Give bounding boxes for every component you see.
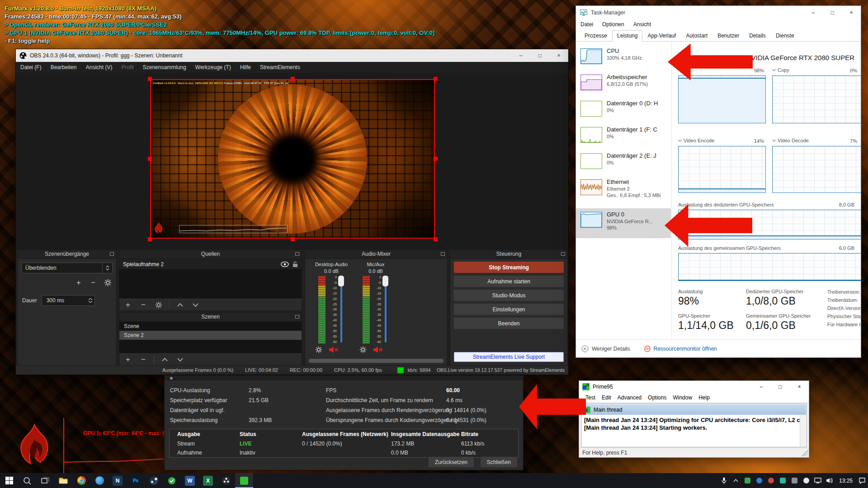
- reset-button[interactable]: Zurücksetzen: [428, 456, 474, 468]
- scene-row-1[interactable]: Szene: [119, 322, 302, 331]
- menu-streamelements[interactable]: StreamElements: [255, 64, 305, 70]
- graph-video-decode-header[interactable]: Video Decode: [772, 138, 809, 143]
- tray-icon-1[interactable]: [741, 473, 753, 488]
- search-icon[interactable]: [18, 473, 36, 488]
- menu-szenensammlung[interactable]: Szenensammlung: [138, 64, 191, 70]
- start-button[interactable]: [0, 473, 18, 488]
- notification-center-icon[interactable]: [856, 473, 868, 488]
- scenes-dock-title[interactable]: Szenen: [119, 313, 302, 322]
- tray-icon-4[interactable]: [777, 473, 788, 488]
- menu-edit[interactable]: Edit: [602, 394, 611, 401]
- microphone-icon[interactable]: [718, 473, 730, 488]
- sidebar-item-memory[interactable]: Arbeitsspeicher6,8/12,0 GB (57%): [576, 71, 671, 97]
- sidebar-item-disk1[interactable]: Datenträger 1 (F: C0%: [576, 123, 671, 150]
- chrome-icon[interactable]: [72, 473, 90, 488]
- minimize-icon[interactable]: –: [752, 381, 771, 393]
- close-icon[interactable]: ×: [790, 381, 809, 393]
- minimize-icon[interactable]: –: [511, 49, 530, 62]
- graph-video-encode-header[interactable]: Video Encode: [678, 138, 714, 143]
- prime95-titlebar[interactable]: Prime95 – □ ×: [579, 381, 809, 393]
- obs-titlebar[interactable]: OBS 24.0.3 (64-bit, windows) - Profil: g…: [16, 49, 568, 62]
- file-explorer-icon[interactable]: [54, 473, 72, 488]
- tray-icon-3[interactable]: [765, 473, 777, 488]
- resource-monitor-link[interactable]: Ressourcenmonitor öffnen: [644, 346, 717, 352]
- menu-bearbeiten[interactable]: Bearbeiten: [46, 64, 81, 70]
- transition-select[interactable]: Überblenden: [21, 263, 113, 273]
- menu-datei[interactable]: Datei: [580, 21, 593, 28]
- browser-icon[interactable]: [90, 473, 108, 488]
- move-scene-down-icon[interactable]: [175, 355, 185, 364]
- popout-icon[interactable]: [110, 252, 114, 256]
- controls-dock-title[interactable]: Steuerung: [450, 250, 567, 259]
- taskmanager-titlebar[interactable]: Task-Manager – □ ×: [576, 6, 861, 19]
- handle-bottom-center[interactable]: [291, 237, 295, 241]
- dev-app-icon[interactable]: N: [108, 473, 127, 488]
- resize-grip[interactable]: [802, 450, 808, 456]
- main-thread-child-titlebar[interactable]: Main thread: [582, 404, 806, 415]
- stop-streaming-button[interactable]: Stop Streaming: [454, 262, 564, 273]
- menu-options[interactable]: Options: [648, 394, 666, 401]
- word-icon[interactable]: W: [181, 473, 199, 488]
- popout-icon[interactable]: [441, 252, 445, 256]
- streamelements-support-button[interactable]: StreamElements Live Support: [454, 352, 564, 362]
- graph-copy-header[interactable]: Copy: [772, 67, 789, 73]
- mixer-horizontal-scrollbar[interactable]: [309, 359, 443, 363]
- source-row-spielaufnahme[interactable]: Spielaufnahme 2: [119, 259, 302, 270]
- close-icon[interactable]: ×: [842, 6, 861, 19]
- tab-dienste[interactable]: Dienste: [771, 30, 799, 42]
- start-recording-button[interactable]: Aufnahme starten: [454, 276, 564, 287]
- lock-icon[interactable]: [292, 261, 298, 267]
- handle-top-left[interactable]: [148, 77, 152, 81]
- add-source-button[interactable]: +: [123, 300, 133, 310]
- remove-scene-button[interactable]: −: [138, 355, 148, 364]
- transitions-dock-title[interactable]: Szenenübergänge: [18, 250, 116, 259]
- move-scene-up-icon[interactable]: [160, 355, 170, 364]
- channel-settings-gear-icon[interactable]: [359, 346, 367, 353]
- tab-benutzer[interactable]: Benutzer: [712, 30, 744, 42]
- maximize-icon[interactable]: □: [823, 6, 842, 19]
- popout-icon[interactable]: [295, 315, 299, 319]
- volume-slider[interactable]: [382, 276, 389, 343]
- scene-row-2-selected[interactable]: Szene 2: [119, 331, 302, 340]
- popout-icon[interactable]: [561, 252, 565, 256]
- steam-icon[interactable]: [145, 473, 163, 488]
- popout-icon[interactable]: [295, 252, 299, 256]
- menu-ansicht[interactable]: Ansicht (V): [81, 64, 117, 70]
- move-source-down-icon[interactable]: [190, 300, 200, 310]
- add-transition-button[interactable]: +: [74, 278, 84, 287]
- spinner-arrows-icon[interactable]: [86, 296, 94, 305]
- studio-mode-button[interactable]: Studio-Modus: [454, 290, 564, 301]
- clock[interactable]: 13:25: [835, 473, 856, 488]
- worker-log-output[interactable]: [Main thread Jan 24 13:24] Optimizing fo…: [582, 415, 800, 446]
- close-stats-button[interactable]: Schließen: [480, 456, 518, 468]
- sidebar-item-gpu0-selected[interactable]: GPU 0NVIDIA GeForce R...98%: [576, 208, 671, 238]
- mute-speaker-icon[interactable]: [373, 346, 383, 353]
- stress-test-app-icon[interactable]: [235, 473, 253, 488]
- handle-bottom-right[interactable]: [434, 237, 438, 241]
- visibility-eye-icon[interactable]: [281, 262, 289, 267]
- handle-mid-right[interactable]: [434, 157, 438, 161]
- excel-icon[interactable]: X: [199, 473, 217, 488]
- sources-dock-title[interactable]: Quellen: [119, 250, 302, 259]
- menu-ansicht[interactable]: Ansicht: [633, 21, 651, 28]
- volume-icon[interactable]: [824, 473, 835, 488]
- sidebar-item-ethernet[interactable]: EthernetEthernet 2Ges.: 6,8 Empf.: 5,3 M…: [576, 176, 671, 206]
- vertical-scrollbar[interactable]: [800, 415, 806, 446]
- mute-speaker-icon[interactable]: [329, 346, 339, 353]
- volume-slider-handle[interactable]: [338, 276, 344, 286]
- hidden-icons-chevron[interactable]: [730, 473, 741, 488]
- tab-details[interactable]: Details: [744, 30, 771, 42]
- move-source-up-icon[interactable]: [175, 300, 185, 310]
- tab-app-verlauf[interactable]: App-Verlauf: [642, 30, 681, 42]
- settings-button[interactable]: Einstellungen: [454, 304, 564, 315]
- volume-slider[interactable]: [338, 276, 344, 343]
- sidebar-item-disk2[interactable]: Datenträger 2 (E: J0%: [576, 150, 671, 176]
- tray-icon-5[interactable]: [788, 473, 800, 488]
- source-properties-gear-icon[interactable]: [154, 300, 164, 310]
- menu-advanced[interactable]: Advanced: [618, 394, 642, 401]
- tab-prozesse[interactable]: Prozesse: [580, 30, 612, 42]
- menu-test[interactable]: Test: [585, 394, 595, 401]
- tray-icon-6[interactable]: [800, 473, 812, 488]
- tab-autostart[interactable]: Autostart: [681, 30, 712, 42]
- maximize-icon[interactable]: □: [771, 381, 790, 393]
